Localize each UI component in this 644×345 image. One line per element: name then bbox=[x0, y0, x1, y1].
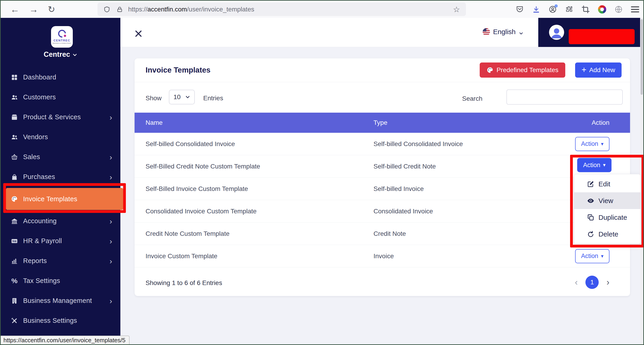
invoice-templates-card: Invoice Templates Predefined Templates +… bbox=[134, 58, 630, 296]
brand-logo[interactable]: CENTREC TRAINING & CONSULTANCY bbox=[51, 26, 73, 48]
download-icon[interactable] bbox=[532, 5, 540, 14]
search-label: Search bbox=[462, 95, 482, 102]
caret-down-icon: ▾ bbox=[603, 162, 606, 168]
next-page-icon[interactable]: › bbox=[606, 278, 610, 287]
sidebar-item-dashboard[interactable]: Dashboard bbox=[1, 67, 120, 87]
menu-item-duplicate[interactable]: Duplicate bbox=[574, 209, 640, 226]
workspace-name: Centrec bbox=[44, 50, 70, 58]
table-row: Self-Billed Credit Note Custom Template … bbox=[134, 155, 630, 178]
account-icon[interactable] bbox=[548, 5, 557, 14]
recycle-icon bbox=[587, 230, 594, 238]
sidebar-item-reports[interactable]: Reports› bbox=[1, 251, 120, 271]
browser-extensions bbox=[516, 1, 639, 18]
bookmark-star-icon[interactable]: ☆ bbox=[453, 5, 460, 14]
chevron-right-icon: › bbox=[110, 113, 112, 121]
action-dropdown-menu: Edit View Duplicate Delete bbox=[574, 174, 641, 244]
url-text: https://accentfin.com/user/invoice_templ… bbox=[128, 6, 453, 13]
template-name: Self-Billed Credit Note Custom Template bbox=[134, 163, 374, 170]
chevron-right-icon: › bbox=[110, 217, 112, 225]
crop-icon[interactable] bbox=[582, 5, 590, 14]
sidebar-item-customers[interactable]: Customers bbox=[1, 87, 120, 107]
sidebar-item-vendors[interactable]: Vendors bbox=[1, 127, 120, 147]
chart-icon bbox=[11, 258, 18, 264]
chevron-right-icon: › bbox=[110, 237, 112, 245]
sidebar-item-sales[interactable]: Sales› bbox=[1, 147, 120, 167]
color-wheel-icon[interactable] bbox=[598, 5, 606, 14]
sidebar-item-business-management[interactable]: Business Management› bbox=[1, 291, 120, 311]
globe-icon[interactable] bbox=[614, 5, 623, 14]
scrollbar-thumb[interactable] bbox=[640, 19, 643, 95]
users-icon bbox=[11, 134, 18, 140]
language-selector[interactable]: English bbox=[483, 28, 524, 36]
previous-page-icon[interactable]: ‹ bbox=[575, 278, 578, 287]
pocket-icon[interactable] bbox=[516, 5, 524, 14]
redaction-box-username bbox=[569, 29, 634, 44]
sidebar: CENTREC TRAINING & CONSULTANCY Centrec D… bbox=[1, 18, 120, 345]
menu-icon[interactable] bbox=[631, 5, 639, 14]
edit-icon bbox=[587, 180, 594, 188]
column-header-name: Name bbox=[134, 119, 374, 126]
sidebar-item-business-settings[interactable]: Business Settings bbox=[1, 311, 120, 330]
copy-icon bbox=[587, 214, 594, 221]
building-icon bbox=[11, 298, 18, 304]
page-number-button[interactable]: 1 bbox=[586, 276, 599, 289]
pagination: ‹ 1 › bbox=[575, 276, 610, 289]
table-row: Self-Billed Invoice Custom Template Self… bbox=[134, 178, 630, 200]
add-new-button[interactable]: +Add New bbox=[575, 62, 622, 78]
sidebar-item-tax-settings[interactable]: %Tax Settings bbox=[1, 271, 120, 291]
bank-icon bbox=[11, 218, 18, 224]
page-title: Invoice Templates bbox=[146, 66, 210, 74]
forward-icon[interactable]: → bbox=[29, 5, 38, 14]
sidebar-item-accounting[interactable]: Accounting› bbox=[1, 211, 120, 231]
table-footer: Showing 1 to 6 of 6 Entries ‹ 1 › bbox=[134, 268, 630, 300]
app-header: English bbox=[120, 18, 644, 47]
chevron-down-icon bbox=[72, 51, 77, 56]
back-icon[interactable]: ← bbox=[10, 5, 20, 14]
box-icon bbox=[11, 114, 18, 121]
chevron-right-icon: › bbox=[110, 173, 112, 181]
close-icon[interactable] bbox=[134, 30, 142, 38]
user-avatar[interactable] bbox=[549, 25, 564, 40]
percent-icon: % bbox=[11, 278, 18, 284]
action-button[interactable]: Action▾ bbox=[575, 249, 610, 263]
brand-logo-subtitle: TRAINING & CONSULTANCY bbox=[52, 42, 72, 44]
basket-icon bbox=[11, 154, 18, 160]
template-type: Self-billed Consolidated Invoice bbox=[374, 140, 574, 148]
menu-item-delete[interactable]: Delete bbox=[574, 226, 640, 242]
chevron-down-icon bbox=[519, 30, 524, 34]
search-input[interactable] bbox=[506, 90, 623, 104]
sidebar-item-invoice-templates[interactable]: Invoice Templates bbox=[6, 188, 123, 210]
browser-toolbar: ← → ↻ https://accentfin.com/user/invoice… bbox=[1, 1, 643, 18]
reload-icon[interactable]: ↻ bbox=[48, 5, 55, 14]
shield-icon[interactable] bbox=[104, 6, 110, 13]
menu-item-view[interactable]: View bbox=[574, 192, 640, 209]
entries-label: Entries bbox=[203, 94, 223, 102]
menu-item-edit[interactable]: Edit bbox=[574, 176, 640, 192]
screenshot-root: ← → ↻ https://accentfin.com/user/invoice… bbox=[0, 0, 644, 345]
workspace-switcher[interactable]: Centrec bbox=[1, 50, 120, 58]
column-header-action: Action bbox=[574, 119, 630, 126]
table-row: Consolidated Invoice Custom Template Con… bbox=[134, 200, 630, 222]
extension-icon[interactable] bbox=[565, 5, 573, 14]
table-controls: Show 10 Entries Search bbox=[134, 82, 630, 113]
bag-icon bbox=[11, 174, 18, 180]
plus-icon: + bbox=[582, 66, 586, 74]
sidebar-item-purchases[interactable]: Purchases› bbox=[1, 167, 120, 187]
sidebar-item-hr-payroll[interactable]: $HR & Payroll› bbox=[1, 231, 120, 251]
table-row: Self-billed Consolidated Invoice Self-bi… bbox=[134, 133, 630, 155]
chevron-down-icon bbox=[185, 94, 190, 100]
eye-icon bbox=[587, 197, 594, 204]
page-size-value: 10 bbox=[174, 94, 180, 101]
predefined-templates-button[interactable]: Predefined Templates bbox=[480, 62, 565, 78]
action-button-open[interactable]: Action▾ bbox=[577, 158, 612, 172]
grid-icon bbox=[11, 74, 18, 81]
show-label: Show bbox=[146, 94, 162, 102]
action-button[interactable]: Action▾ bbox=[575, 137, 610, 151]
lock-icon[interactable] bbox=[116, 6, 123, 13]
brand-logo-icon bbox=[56, 28, 68, 39]
tools-icon bbox=[11, 317, 18, 324]
address-bar[interactable]: https://accentfin.com/user/invoice_templ… bbox=[98, 2, 466, 16]
sidebar-item-product-services[interactable]: Product & Services› bbox=[1, 107, 120, 127]
chevron-right-icon: › bbox=[110, 257, 112, 265]
page-size-select[interactable]: 10 bbox=[169, 90, 195, 104]
